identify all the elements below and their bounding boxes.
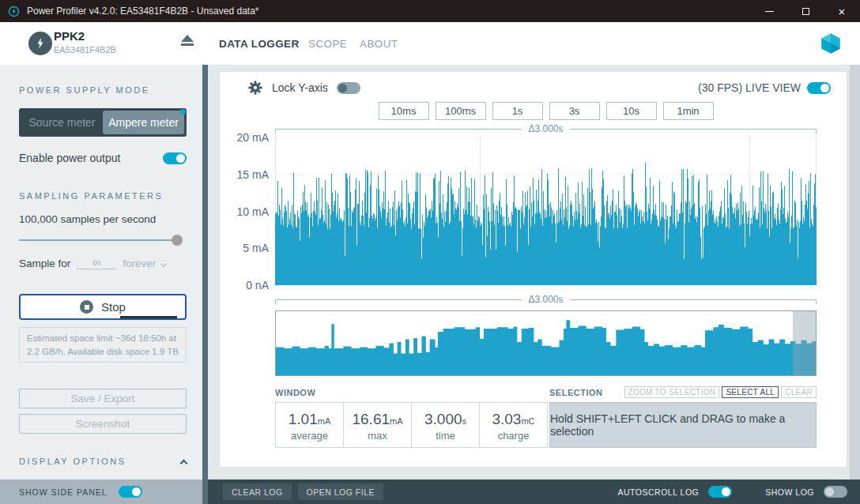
chart-settings-gear-icon[interactable] bbox=[248, 81, 262, 95]
main-area: Lock Y-axis (30 FPS) LIVE VIEW 10ms 100m… bbox=[208, 65, 860, 504]
power-supply-mode-group: Source meter Ampere meter bbox=[19, 108, 187, 137]
display-options-label: DISPLAY OPTIONS bbox=[19, 457, 126, 466]
lock-y-axis-label: Lock Y-axis bbox=[272, 81, 328, 94]
log-bar: CLEAR LOG OPEN LOG FILE AUTOSCROLL LOG S… bbox=[208, 480, 860, 504]
lightning-bolt-icon bbox=[34, 37, 47, 50]
select-all-button[interactable]: SELECT ALL bbox=[722, 386, 779, 398]
window-stats-title: WINDOW bbox=[275, 388, 315, 397]
delta-bottom-label: Δ3.000s bbox=[528, 294, 563, 305]
device-name: PPK2 bbox=[54, 29, 85, 43]
live-view-toggle[interactable] bbox=[807, 82, 831, 94]
tab-scope[interactable]: SCOPE bbox=[308, 38, 347, 50]
nordic-logo bbox=[819, 32, 843, 55]
selection-hint: Hold SHIFT+LEFT CLICK and DRAG to make a… bbox=[549, 402, 817, 448]
close-icon: × bbox=[839, 6, 846, 17]
sample-for-label: Sample for bbox=[19, 258, 70, 269]
sample-for-input[interactable]: ∞ bbox=[77, 256, 116, 269]
lock-y-axis-toggle[interactable] bbox=[337, 82, 360, 94]
show-side-panel-bar: SHOW SIDE PANEL bbox=[0, 480, 208, 504]
selection-buttons: ZOOM TO SELECTION SELECT ALL CLEAR bbox=[549, 386, 817, 398]
stop-button[interactable]: Stop bbox=[19, 294, 187, 320]
stop-icon bbox=[80, 300, 93, 314]
sidebar: POWER SUPPLY MODE Source meter Ampere me… bbox=[0, 65, 208, 504]
power-profiler-window: Power Profiler v4.2.0: EA53481F4B2B - Un… bbox=[0, 0, 860, 504]
titlebar: Power Profiler v4.2.0: EA53481F4B2B - Un… bbox=[0, 0, 860, 22]
ytick-10ma: 10 mA bbox=[220, 205, 269, 218]
range-button-10s[interactable]: 10s bbox=[606, 102, 657, 120]
ytick-5ma: 5 mA bbox=[220, 242, 269, 254]
close-button[interactable]: × bbox=[824, 0, 860, 22]
app-icon bbox=[8, 6, 20, 17]
sidebar-scrollbar[interactable] bbox=[202, 65, 208, 504]
display-options-header[interactable]: DISPLAY OPTIONS bbox=[19, 457, 187, 466]
delta-ruler-top: Δ3.000s bbox=[275, 124, 817, 134]
device-selector[interactable] bbox=[28, 32, 52, 55]
maximize-button[interactable] bbox=[787, 0, 824, 22]
eject-icon bbox=[181, 35, 194, 42]
samples-per-second-slider[interactable] bbox=[19, 235, 181, 246]
samples-per-second-label: 100,000 samples per second bbox=[19, 213, 156, 225]
device-serial: EA53481F4B2B bbox=[54, 45, 116, 55]
slider-thumb[interactable] bbox=[172, 235, 183, 246]
stat-average: 1.01mA average bbox=[276, 403, 344, 447]
save-export-button[interactable]: Save / Export bbox=[19, 389, 187, 408]
main-current-chart[interactable] bbox=[275, 135, 817, 285]
disk-space-note: Estimated space limit ~36d 18:50h at 2.2… bbox=[19, 327, 187, 363]
stat-charge: 3.03mC charge bbox=[480, 403, 547, 447]
show-log-label: SHOW LOG bbox=[765, 487, 814, 497]
range-button-10ms[interactable]: 10ms bbox=[379, 102, 429, 120]
sampling-parameters-label: SAMPLING PARAMETERS bbox=[19, 191, 163, 201]
autoscroll-log-label: AUTOSCROLL LOG bbox=[618, 487, 700, 497]
autoscroll-log-toggle[interactable] bbox=[708, 486, 732, 498]
minimize-icon bbox=[765, 11, 774, 12]
zoom-to-selection-button[interactable]: ZOOM TO SELECTION bbox=[624, 386, 720, 398]
active-mode-dot bbox=[180, 109, 186, 115]
maximize-icon bbox=[802, 8, 809, 15]
range-button-3s[interactable]: 3s bbox=[549, 102, 600, 120]
ytick-15ma: 15 mA bbox=[220, 168, 269, 181]
show-side-panel-toggle[interactable] bbox=[119, 486, 142, 498]
recording-progress-indicator bbox=[120, 316, 177, 318]
window-stats: 1.01mA average 16.61mA max 3.000s time 3… bbox=[275, 402, 548, 448]
open-log-file-button[interactable]: OPEN LOG FILE bbox=[298, 483, 383, 500]
source-meter-button[interactable]: Source meter bbox=[21, 111, 103, 134]
clear-selection-button[interactable]: CLEAR bbox=[781, 386, 817, 398]
chart-card: Lock Y-axis (30 FPS) LIVE VIEW 10ms 100m… bbox=[219, 71, 847, 468]
main-scrollbar[interactable] bbox=[850, 65, 860, 480]
ytick-0na: 0 nA bbox=[220, 279, 269, 291]
delta-top-label: Δ3.000s bbox=[528, 123, 563, 134]
stat-time: 3.000s time bbox=[412, 403, 480, 447]
app-header: PPK2 EA53481F4B2B DATA LOGGER SCOPE ABOU… bbox=[0, 22, 860, 65]
range-button-100ms[interactable]: 100ms bbox=[436, 102, 486, 120]
clear-log-button[interactable]: CLEAR LOG bbox=[223, 483, 292, 500]
enable-power-output-label: Enable power output bbox=[19, 152, 120, 164]
minimap-window-region bbox=[793, 311, 816, 375]
eject-device-button[interactable] bbox=[180, 35, 194, 49]
sample-for-unit-select[interactable]: forever bbox=[123, 258, 156, 269]
delta-ruler-bottom: Δ3.000s bbox=[275, 295, 817, 304]
show-side-panel-label: SHOW SIDE PANEL bbox=[19, 487, 108, 497]
live-view-label: (30 FPS) LIVE VIEW bbox=[698, 81, 801, 94]
enable-power-output-toggle[interactable] bbox=[163, 152, 187, 164]
minimize-button[interactable] bbox=[751, 0, 787, 22]
screenshot-button[interactable]: Screenshot bbox=[19, 414, 187, 434]
stat-max: 16.61mA max bbox=[344, 403, 412, 447]
show-log-toggle[interactable] bbox=[824, 486, 847, 498]
range-button-1min[interactable]: 1min bbox=[663, 102, 714, 120]
power-supply-mode-label: POWER SUPPLY MODE bbox=[19, 85, 150, 95]
minimap-chart[interactable] bbox=[275, 310, 817, 376]
tab-about[interactable]: ABOUT bbox=[360, 38, 398, 50]
time-range-buttons: 10ms 100ms 1s 3s 10s 1min bbox=[275, 102, 817, 120]
chevron-down-icon bbox=[160, 261, 167, 267]
chevron-up-icon bbox=[180, 460, 188, 468]
window-title: Power Profiler v4.2.0: EA53481F4B2B - Un… bbox=[27, 6, 259, 17]
ampere-meter-button[interactable]: Ampere meter bbox=[103, 111, 184, 134]
ytick-20ma: 20 mA bbox=[220, 131, 269, 144]
tab-data-logger[interactable]: DATA LOGGER bbox=[219, 38, 300, 50]
range-button-1s[interactable]: 1s bbox=[492, 102, 543, 120]
